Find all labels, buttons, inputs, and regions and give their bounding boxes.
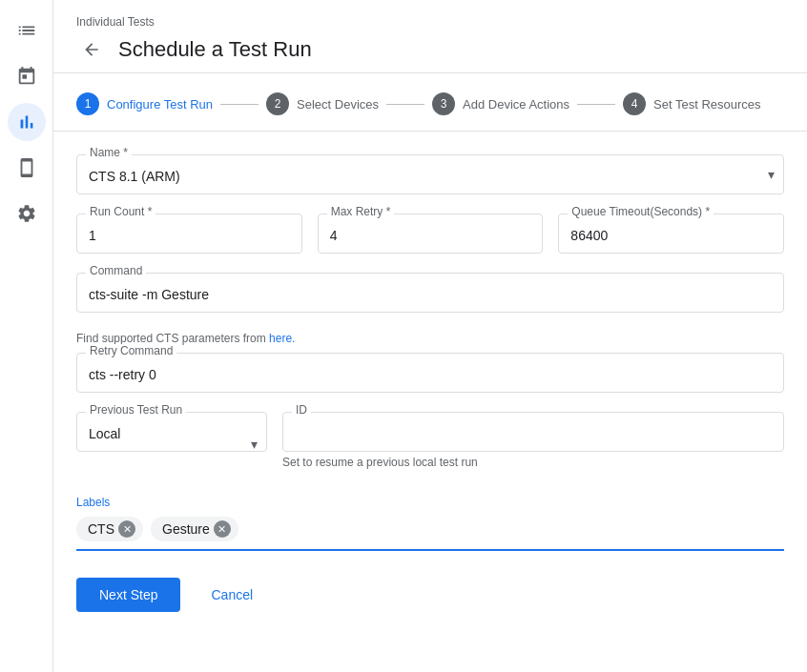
sidebar-item-phone[interactable] bbox=[8, 149, 46, 187]
command-label: Command bbox=[86, 264, 146, 277]
id-field-group: ID Set to resume a previous local test r… bbox=[282, 412, 784, 477]
sidebar-item-list[interactable] bbox=[8, 11, 46, 50]
chip-gesture-remove-button[interactable]: ✕ bbox=[214, 520, 231, 538]
prev-test-run-field-group: Previous Test Run Local ▾ bbox=[76, 412, 267, 477]
step-3-circle: 3 bbox=[432, 92, 455, 115]
id-hint: Set to resume a previous local test run bbox=[282, 456, 784, 469]
stepper: 1 Configure Test Run 2 Select Devices 3 … bbox=[53, 73, 807, 132]
chip-gesture: Gesture ✕ bbox=[151, 517, 238, 541]
name-field-group: Name * CTS 8.1 (ARM) ▾ bbox=[76, 154, 784, 194]
name-label: Name * bbox=[86, 146, 132, 159]
sidebar-item-chart[interactable] bbox=[8, 103, 46, 141]
breadcrumb: Individual Tests bbox=[76, 15, 784, 29]
form-area: Name * CTS 8.1 (ARM) ▾ Run Count * Max R… bbox=[53, 132, 807, 672]
page-title: Schedule a Test Run bbox=[118, 37, 312, 62]
connector-2 bbox=[386, 104, 424, 105]
connector-3 bbox=[577, 104, 615, 105]
chip-gesture-label: Gesture bbox=[162, 521, 210, 537]
queue-timeout-input[interactable] bbox=[558, 214, 784, 254]
max-retry-field-group: Max Retry * bbox=[318, 214, 544, 254]
step-1: 1 Configure Test Run bbox=[76, 92, 213, 115]
prev-test-run-label: Previous Test Run bbox=[86, 403, 186, 417]
cancel-button[interactable]: Cancel bbox=[196, 578, 268, 612]
main-content: Individual Tests Schedule a Test Run 1 C… bbox=[53, 0, 807, 672]
connector-1 bbox=[220, 104, 259, 105]
btn-row: Next Step Cancel bbox=[76, 566, 784, 623]
step-3: 3 Add Device Actions bbox=[432, 92, 569, 115]
id-input[interactable] bbox=[282, 412, 784, 452]
retry-command-field-group: Retry Command bbox=[76, 353, 784, 393]
max-retry-label: Max Retry * bbox=[327, 205, 395, 218]
queue-timeout-label: Queue Timeout(Seconds) * bbox=[568, 205, 714, 218]
step-2-label: Select Devices bbox=[297, 97, 379, 112]
id-label: ID bbox=[292, 403, 311, 417]
numeric-fields-row: Run Count * Max Retry * Queue Timeout(Se… bbox=[76, 214, 784, 254]
step-4-label: Set Test Resources bbox=[653, 97, 760, 112]
prev-test-run-select[interactable]: Local bbox=[76, 412, 267, 452]
command-hint: Find supported CTS parameters from here. bbox=[76, 332, 784, 345]
page-title-row: Schedule a Test Run bbox=[76, 34, 784, 65]
chip-cts-remove-button[interactable]: ✕ bbox=[118, 520, 135, 538]
run-count-label: Run Count * bbox=[86, 205, 155, 218]
chip-cts-label: CTS bbox=[88, 521, 114, 537]
hint-link[interactable]: here. bbox=[269, 332, 295, 345]
chip-cts: CTS ✕ bbox=[76, 517, 143, 541]
name-select[interactable]: CTS 8.1 (ARM) bbox=[76, 154, 784, 194]
retry-command-label: Retry Command bbox=[86, 344, 176, 357]
command-input[interactable] bbox=[76, 273, 784, 313]
sidebar bbox=[0, 0, 53, 672]
queue-timeout-field-group: Queue Timeout(Seconds) * bbox=[558, 214, 784, 254]
chips-row: CTS ✕ Gesture ✕ bbox=[76, 517, 784, 551]
run-count-field-group: Run Count * bbox=[76, 214, 302, 254]
run-count-input[interactable] bbox=[76, 214, 302, 254]
top-header: Individual Tests Schedule a Test Run bbox=[53, 0, 807, 73]
prev-test-run-row: Previous Test Run Local ▾ ID Set to resu… bbox=[76, 412, 784, 477]
max-retry-input[interactable] bbox=[318, 214, 544, 254]
labels-section: Labels CTS ✕ Gesture ✕ bbox=[76, 496, 784, 551]
step-2: 2 Select Devices bbox=[266, 92, 379, 115]
step-2-circle: 2 bbox=[266, 92, 289, 115]
step-4-circle: 4 bbox=[623, 92, 646, 115]
sidebar-item-settings[interactable] bbox=[8, 194, 46, 233]
hint-prefix: Find supported CTS parameters from bbox=[76, 332, 269, 345]
back-button[interactable] bbox=[76, 34, 107, 65]
next-step-button[interactable]: Next Step bbox=[76, 578, 180, 612]
retry-command-input[interactable] bbox=[76, 353, 784, 393]
step-1-label: Configure Test Run bbox=[107, 97, 213, 112]
step-4: 4 Set Test Resources bbox=[623, 92, 760, 115]
command-field-group: Command bbox=[76, 273, 784, 313]
step-1-circle: 1 bbox=[76, 92, 99, 115]
labels-title: Labels bbox=[76, 496, 784, 509]
step-3-label: Add Device Actions bbox=[463, 97, 569, 112]
sidebar-item-calendar[interactable] bbox=[8, 57, 46, 95]
